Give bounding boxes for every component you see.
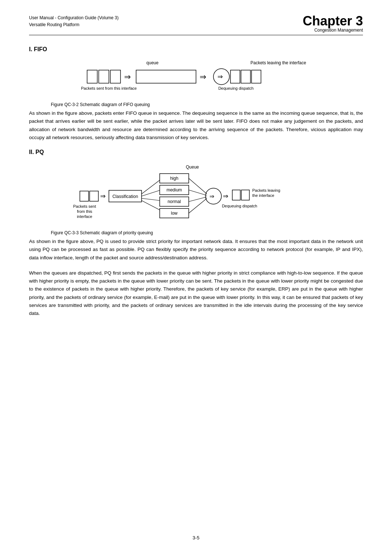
fifo-out-box1 bbox=[230, 70, 240, 83]
pq-figure-caption: Figure QC-3-3 Schematic diagram of prior… bbox=[51, 230, 153, 235]
pq-input-box2 bbox=[90, 191, 98, 201]
pq-heading: II. PQ bbox=[29, 149, 363, 155]
pq-dispatch-arrow: ⇒ bbox=[209, 193, 214, 199]
fifo-dispatch-arrow: ⇒ bbox=[217, 73, 223, 80]
pq-left-arrow: ⇒ bbox=[100, 193, 106, 200]
page-header: User Manual - Configuration Guide (Volum… bbox=[29, 15, 363, 35]
fifo-heading: I. FIFO bbox=[29, 46, 363, 53]
fifo-dequeue-label: Dequeuing dispatch bbox=[218, 86, 253, 90]
pq-out-box2 bbox=[241, 190, 249, 200]
header-right: Chapter 3 Congestion Management bbox=[303, 15, 363, 33]
fifo-arrow1: ⇒ bbox=[124, 72, 131, 81]
pq-sent-label2: from this bbox=[77, 209, 93, 214]
fifo-diagram-wrapper: queue Packets leaving the interface ⇒ ⇒ … bbox=[29, 59, 363, 107]
fifo-out-box3 bbox=[252, 70, 261, 83]
pq-label-medium: medium bbox=[167, 187, 182, 193]
pq-line-high-out bbox=[189, 178, 207, 194]
pq-line-normal bbox=[142, 198, 160, 200]
pq-diagram-svg: Queue ⇒ Classification bbox=[69, 162, 323, 227]
page-number: 3-5 bbox=[193, 535, 200, 540]
pq-leaving-label2: the interface bbox=[252, 193, 274, 198]
fifo-diagram-svg: queue Packets leaving the interface ⇒ ⇒ … bbox=[69, 59, 323, 99]
fifo-input-box3 bbox=[110, 70, 121, 83]
pq-line-low-out bbox=[189, 198, 207, 213]
section-fifo: I. FIFO queue Packets leaving the interf… bbox=[29, 46, 363, 142]
pq-out-arrow: ⇒ bbox=[223, 193, 228, 200]
fifo-out-box2 bbox=[241, 70, 250, 83]
pq-leaving-label1: Packets leaving bbox=[252, 188, 280, 193]
fifo-input-box2 bbox=[99, 70, 109, 83]
chapter-subtitle: Congestion Management bbox=[303, 28, 363, 33]
fifo-queue-box bbox=[136, 70, 196, 83]
pq-diagram-wrapper: Queue ⇒ Classification bbox=[29, 162, 363, 235]
pq-body-text1: As shown in the figure above, PQ is used… bbox=[29, 238, 363, 262]
fifo-queue-label: queue bbox=[146, 60, 159, 65]
page: User Manual - Configuration Guide (Volum… bbox=[0, 0, 392, 555]
pq-body-text2: When the queues are dispatched, PQ first… bbox=[29, 269, 363, 318]
fifo-arrow2: ⇒ bbox=[200, 72, 206, 81]
pq-line-high bbox=[142, 180, 160, 194]
pq-classification-label: Classification bbox=[113, 194, 138, 199]
fifo-leaving-label: Packets leaving the interface bbox=[250, 60, 306, 65]
fifo-figure-caption: Figure QC-3-2 Schematic diagram of FIFO … bbox=[51, 102, 150, 107]
pq-out-box1 bbox=[232, 190, 240, 200]
pq-label-high: high bbox=[170, 176, 179, 181]
pq-label-low: low bbox=[171, 211, 177, 216]
section-pq: II. PQ Queue ⇒ Classification bbox=[29, 149, 363, 317]
chapter-title: Chapter 3 bbox=[303, 15, 363, 28]
header-manual-title: User Manual - Configuration Guide (Volum… bbox=[29, 15, 119, 21]
pq-input-box1 bbox=[80, 191, 89, 201]
pq-line-medium bbox=[142, 190, 160, 196]
pq-line-low bbox=[142, 200, 160, 210]
fifo-input-box1 bbox=[87, 70, 97, 83]
header-platform: Versatile Routing Platform bbox=[29, 21, 119, 28]
fifo-body-text: As shown in the figure above, packets en… bbox=[29, 109, 363, 142]
page-footer: 3-5 bbox=[193, 535, 200, 540]
pq-line-normal-out bbox=[189, 197, 207, 202]
pq-sent-label3: interface bbox=[77, 214, 92, 219]
pq-label-normal: normal bbox=[168, 199, 181, 204]
header-left: User Manual - Configuration Guide (Volum… bbox=[29, 15, 119, 28]
pq-sent-label1: Packets sent bbox=[73, 204, 96, 208]
fifo-sent-label: Packets sent from this interface bbox=[81, 86, 136, 90]
pq-queue-label: Queue bbox=[186, 165, 199, 170]
pq-dequeue-label: Dequeuing dispatch bbox=[222, 204, 257, 208]
pq-line-medium-out bbox=[189, 190, 207, 195]
